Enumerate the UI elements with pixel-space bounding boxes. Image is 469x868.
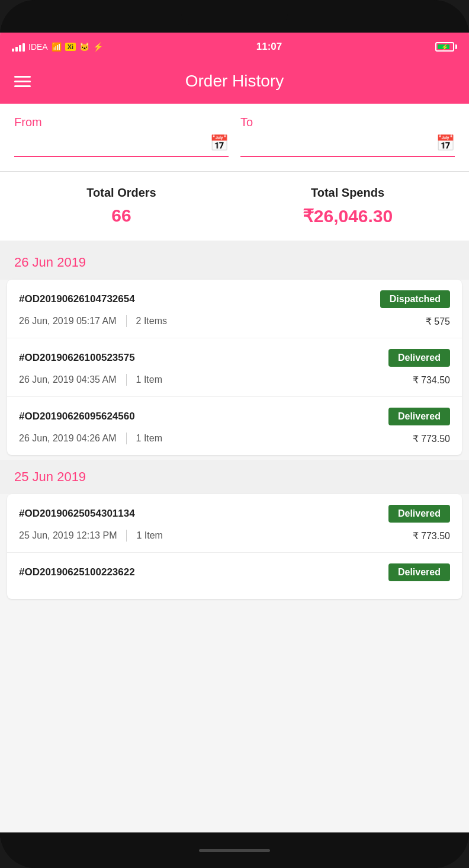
order-amount: ₹ 773.50 — [413, 530, 450, 542]
to-calendar-icon[interactable]: 📅 — [436, 134, 455, 152]
order-bottom-row: 26 Jun, 2019 04:35 AM 1 Item ₹ 734.50 — [19, 374, 450, 386]
total-orders-value: 66 — [14, 206, 229, 226]
to-label: To — [240, 116, 455, 129]
date-filter-section: From 📅 To 📅 — [0, 104, 469, 172]
phone-bottom — [0, 832, 469, 868]
to-date-group: To 📅 — [240, 116, 455, 157]
order-amount: ₹ 773.50 — [413, 433, 450, 444]
order-bottom-row: 26 Jun, 2019 04:26 AM 1 Item ₹ 773.50 — [19, 433, 450, 444]
summary-section: Total Orders 66 Total Spends ₹26,046.30 — [0, 172, 469, 245]
signal-bar-1 — [12, 49, 14, 52]
status-right: ⚡ — [435, 42, 457, 52]
battery-icon: ⚡ — [435, 42, 457, 52]
total-spends-label: Total Spends — [240, 186, 455, 200]
order-card[interactable]: #OD20190625054301134 Delivered 25 Jun, 2… — [7, 494, 462, 553]
battery-body: ⚡ — [435, 42, 454, 52]
from-date-group: From 📅 — [14, 116, 229, 157]
hamburger-line-2 — [14, 81, 31, 82]
order-items: 1 Item — [136, 374, 162, 385]
order-id: #OD20190625054301134 — [19, 508, 135, 520]
lightning-icon: ⚡ — [441, 44, 448, 50]
signal-bars-icon — [12, 42, 25, 52]
to-date-input-row: 📅 — [240, 134, 455, 157]
screen: IDEA 📶 Xi 🐱 ⚡ 11:07 ⚡ — [0, 33, 469, 832]
order-items: 1 Item — [136, 433, 162, 444]
order-divider — [126, 374, 127, 386]
order-id: #OD20190625100223622 — [19, 566, 135, 578]
order-top-row: #OD20190626100523575 Delivered — [19, 349, 450, 367]
header-title: Order History — [185, 72, 284, 91]
from-calendar-icon[interactable]: 📅 — [210, 134, 229, 152]
order-cards-25-jun: #OD20190625054301134 Delivered 25 Jun, 2… — [7, 494, 462, 599]
order-id: #OD20190626095624560 — [19, 411, 135, 422]
order-id: #OD20190626100523575 — [19, 352, 135, 364]
wifi-icon: 📶 — [52, 42, 62, 52]
order-divider — [126, 433, 127, 444]
date-group-header-25-jun: 25 Jun 2019 — [0, 460, 469, 494]
order-meta: 26 Jun, 2019 04:35 AM 1 Item — [19, 374, 162, 386]
from-date-input[interactable] — [14, 138, 205, 149]
status-badge: Dispatched — [380, 290, 450, 308]
home-indicator — [199, 849, 270, 852]
xi-badge: Xi — [65, 43, 76, 51]
order-card[interactable]: #OD20190626100523575 Delivered 26 Jun, 2… — [7, 338, 462, 397]
signal-bar-2 — [15, 47, 18, 52]
total-spends-value: ₹26,046.30 — [240, 206, 455, 226]
status-badge: Delivered — [388, 563, 450, 581]
order-divider — [126, 530, 127, 542]
content-area[interactable]: From 📅 To 📅 Total Orders — [0, 104, 469, 832]
phone-shell: IDEA 📶 Xi 🐱 ⚡ 11:07 ⚡ — [0, 0, 469, 868]
status-bar: IDEA 📶 Xi 🐱 ⚡ 11:07 ⚡ — [0, 33, 469, 61]
carrier-name: IDEA — [28, 42, 48, 52]
order-top-row: #OD20190625100223622 Delivered — [19, 563, 450, 581]
order-meta: 25 Jun, 2019 12:13 PM 1 Item — [19, 530, 163, 542]
order-divider — [126, 315, 127, 327]
status-badge: Delivered — [388, 408, 450, 425]
from-label: From — [14, 116, 229, 129]
cat-icon: 🐱 — [79, 42, 89, 52]
order-top-row: #OD20190625054301134 Delivered — [19, 505, 450, 523]
order-top-row: #OD20190626104732654 Dispatched — [19, 290, 450, 308]
hamburger-line-1 — [14, 76, 31, 78]
order-datetime: 26 Jun, 2019 04:26 AM — [19, 433, 117, 444]
order-top-row: #OD20190626095624560 Delivered — [19, 408, 450, 425]
order-meta: 26 Jun, 2019 04:26 AM 1 Item — [19, 433, 162, 444]
order-amount: ₹ 575 — [426, 316, 450, 327]
signal-bar-3 — [19, 45, 21, 52]
orders-list: 26 Jun 2019 #OD20190626104732654 Dispatc… — [0, 245, 469, 599]
order-datetime: 26 Jun, 2019 05:17 AM — [19, 316, 117, 326]
date-group-25-jun: 25 Jun 2019 #OD20190625054301134 Deliver… — [0, 460, 469, 599]
order-meta: 26 Jun, 2019 05:17 AM 2 Items — [19, 315, 167, 327]
order-datetime: 26 Jun, 2019 04:35 AM — [19, 374, 117, 385]
status-badge: Delivered — [388, 505, 450, 523]
app-header: Order History — [0, 61, 469, 104]
usb-icon: ⚡ — [93, 42, 103, 52]
order-items: 2 Items — [136, 316, 167, 326]
order-id: #OD20190626104732654 — [19, 293, 135, 305]
order-cards-26-jun: #OD20190626104732654 Dispatched 26 Jun, … — [7, 280, 462, 455]
order-bottom-row: 25 Jun, 2019 12:13 PM 1 Item ₹ 773.50 — [19, 530, 450, 542]
hamburger-line-3 — [14, 85, 31, 87]
order-amount: ₹ 734.50 — [413, 374, 450, 386]
notch — [181, 8, 288, 25]
order-bottom-row: 26 Jun, 2019 05:17 AM 2 Items ₹ 575 — [19, 315, 450, 327]
order-card[interactable]: #OD20190626095624560 Delivered 26 Jun, 2… — [7, 397, 462, 455]
order-card[interactable]: #OD20190626104732654 Dispatched 26 Jun, … — [7, 280, 462, 338]
total-orders-card: Total Orders 66 — [14, 186, 229, 226]
total-orders-label: Total Orders — [14, 186, 229, 200]
order-card[interactable]: #OD20190625100223622 Delivered — [7, 553, 462, 599]
from-date-input-row: 📅 — [14, 134, 229, 157]
hamburger-button[interactable] — [12, 73, 33, 89]
signal-bar-4 — [23, 43, 25, 52]
date-group-header-26-jun: 26 Jun 2019 — [0, 245, 469, 280]
order-datetime: 25 Jun, 2019 12:13 PM — [19, 530, 117, 541]
status-left: IDEA 📶 Xi 🐱 ⚡ — [12, 42, 103, 52]
date-group-26-jun: 26 Jun 2019 #OD20190626104732654 Dispatc… — [0, 245, 469, 455]
to-date-input[interactable] — [240, 138, 431, 149]
order-items: 1 Item — [136, 530, 162, 541]
status-time: 11:07 — [256, 41, 282, 53]
total-spends-card: Total Spends ₹26,046.30 — [240, 186, 455, 226]
phone-top-bar — [0, 0, 469, 33]
status-badge: Delivered — [388, 349, 450, 367]
battery-tip — [455, 44, 457, 49]
